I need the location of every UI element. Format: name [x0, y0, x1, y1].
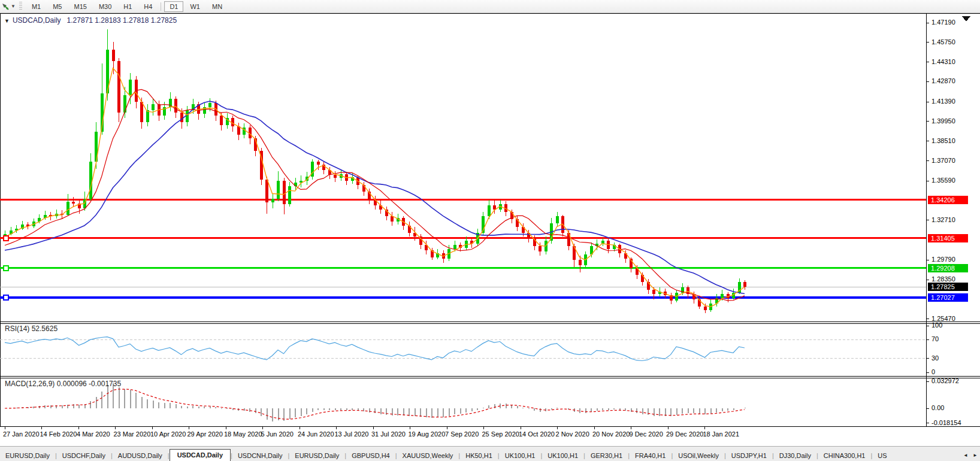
- tab-eurusd-daily[interactable]: EURUSD,Daily: [289, 450, 344, 461]
- chart-symbol-label: USDCAD,Daily: [13, 16, 61, 25]
- date-tick: 25 Sep 2020: [482, 430, 519, 438]
- date-tick: 27 Jan 2020: [3, 430, 40, 438]
- tab-usdcad-daily[interactable]: USDCAD,Daily: [170, 449, 231, 461]
- rsi-tick: 100: [931, 322, 942, 329]
- date-tick: 18 Jan 2021: [703, 430, 740, 438]
- tab-uk100-h1[interactable]: UK100,H1: [500, 450, 541, 461]
- price-tick: 1.39950: [931, 117, 955, 125]
- date-tick: 13 Jul 2020: [335, 430, 369, 438]
- tab-us[interactable]: US: [872, 450, 892, 461]
- tab-china300-h1[interactable]: CHINA300,H1: [818, 450, 871, 461]
- date-tick: 31 Jul 2020: [371, 430, 406, 438]
- date-tick: 5 Jun 2020: [261, 430, 294, 438]
- tabs-scroll-right-icon[interactable]: ►: [970, 450, 980, 461]
- price-tick: 1.45750: [931, 38, 955, 46]
- tab-gbpusd-h4[interactable]: GBPUSD,H4: [346, 450, 395, 461]
- macd-tick: 0.00: [931, 404, 944, 411]
- price-tick: 1.28350: [931, 275, 955, 283]
- price-tick: 1.47190: [931, 19, 955, 26]
- price-tick: 1.29790: [931, 256, 955, 263]
- price-line-label: 1.29208: [928, 264, 968, 272]
- tab-audusd-daily[interactable]: AUDUSD,Daily: [113, 450, 168, 461]
- chart-ohlc-values: 1.27871 1.28183 1.27818 1.27825: [67, 16, 177, 25]
- price-tick: 1.37070: [931, 157, 955, 164]
- rsi-tick: 70: [931, 335, 939, 342]
- date-tick: 14 Oct 2020: [519, 430, 555, 438]
- tab-xauusd-weekly[interactable]: XAUUSD,Weekly: [397, 450, 459, 461]
- chart-tabs: EURUSD,Daily|USDCHF,Daily|AUDUSD,Daily|U…: [0, 446, 980, 461]
- rsi-label: RSI(14) 52.5625: [5, 324, 58, 333]
- price-tick: 1.35590: [931, 177, 955, 184]
- price-tick: 1.42870: [931, 77, 955, 84]
- chart-title: ▼USDCAD,Daily1.27871 1.28183 1.27818 1.2…: [4, 16, 177, 25]
- date-tick: 14 Feb 2020: [40, 430, 77, 438]
- price-tick: 1.41390: [931, 98, 955, 105]
- tab-uk100-h1[interactable]: UK100,H1: [542, 450, 583, 461]
- date-tick: 9 Dec 2020: [630, 430, 663, 438]
- tab-usdchf-daily[interactable]: USDCHF,Daily: [57, 450, 111, 461]
- mt4-window: ▼ M1M5M15M30H1H4D1W1MN ▼USDCAD,Daily1.27…: [0, 0, 980, 461]
- shift-marker-icon: [962, 16, 970, 22]
- price-tick: 1.32710: [931, 216, 955, 223]
- date-tick: 2 Nov 2020: [556, 430, 589, 438]
- hline-handle[interactable]: [3, 295, 9, 301]
- date-tick: 10 Apr 2020: [150, 430, 186, 438]
- macd-tick: 0.032972: [931, 377, 959, 384]
- chart-canvas[interactable]: [0, 0, 980, 461]
- date-tick: 4 Mar 2020: [77, 430, 110, 438]
- tab-usoil-weekly[interactable]: USOil,Weekly: [673, 450, 724, 461]
- tab-dj30-daily[interactable]: DJ30,Daily: [774, 450, 816, 461]
- price-line-label: 1.34206: [928, 196, 968, 204]
- tab-usdcnh-daily[interactable]: USDCNH,Daily: [232, 450, 288, 461]
- date-tick: 19 Aug 2020: [409, 430, 446, 438]
- price-line-label: 1.31405: [928, 234, 968, 242]
- price-line-label: 1.27027: [928, 293, 968, 302]
- date-tick: 7 Sep 2020: [445, 430, 479, 438]
- price-tick: 1.44310: [931, 58, 955, 65]
- macd-label: MACD(12,26,9) 0.000096 -0.001735: [5, 380, 121, 388]
- date-tick: 24 Jun 2020: [298, 430, 334, 438]
- date-tick: 18 May 2020: [224, 430, 262, 438]
- rsi-tick: 0: [931, 368, 935, 375]
- tab-ger30-h1[interactable]: GER30,H1: [585, 450, 628, 461]
- price-tick: 1.25470: [931, 315, 955, 322]
- rsi-tick: 30: [931, 354, 939, 362]
- date-tick: 20 Nov 2020: [592, 430, 630, 438]
- tab-usdjpy-h1[interactable]: USDJPY,H1: [726, 450, 772, 461]
- tabs-scroll-left-icon[interactable]: ◄: [961, 450, 970, 461]
- price-tick: 1.38510: [931, 137, 955, 144]
- date-tick: 23 Mar 2020: [114, 430, 151, 438]
- chart-dropdown-icon[interactable]: ▼: [4, 18, 10, 24]
- price-line-label: 1.27825: [928, 283, 968, 291]
- macd-tick: -0.018154: [931, 419, 961, 426]
- hline-handle[interactable]: [3, 265, 9, 271]
- date-tick: 29 Apr 2020: [187, 430, 223, 438]
- date-tick: 29 Dec 2020: [666, 430, 703, 438]
- hline-handle[interactable]: [3, 235, 9, 241]
- tab-hk50-h1[interactable]: HK50,H1: [460, 450, 498, 461]
- tab-eurusd-daily[interactable]: EURUSD,Daily: [0, 450, 55, 461]
- tab-fra40-h1[interactable]: FRA40,H1: [630, 450, 671, 461]
